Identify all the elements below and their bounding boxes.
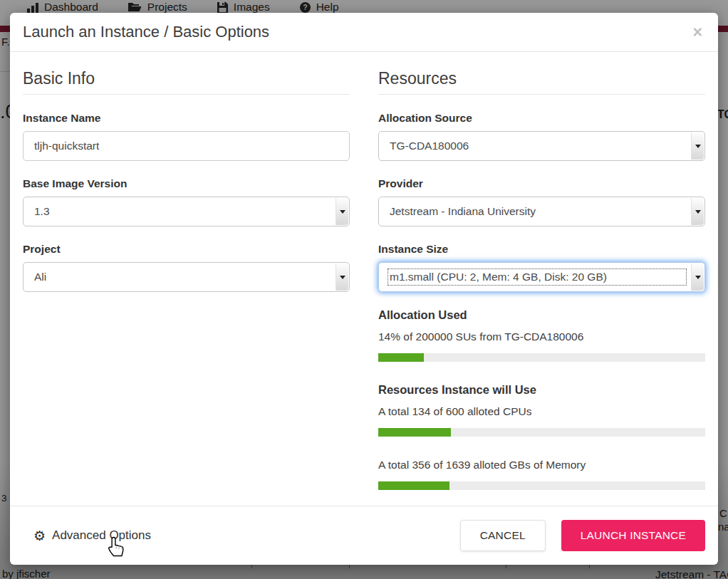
- select-value: Jetstream - Indiana University: [390, 205, 685, 218]
- instance-name-field: Instance Name: [23, 112, 350, 161]
- allocation-source-field: Allocation Source TG-CDA180006: [378, 112, 705, 161]
- provider-label: Provider: [378, 177, 705, 190]
- cpu-progressbar: [378, 428, 705, 437]
- launch-instance-modal: Launch an Instance / Basic Options × Bas…: [10, 13, 718, 565]
- select-value: TG-CDA180006: [390, 140, 685, 152]
- modal-footer: ⚙ Advanced Options CANCEL LAUNCH INSTANC…: [10, 506, 718, 565]
- base-image-version-field: Base Image Version 1.3: [23, 177, 350, 226]
- allocation-used-heading: Allocation Used: [378, 308, 705, 322]
- resources-will-use-heading: Resources Instance will Use: [378, 383, 705, 397]
- resources-heading: Resources: [378, 69, 705, 95]
- allocation-source-select[interactable]: TG-CDA180006: [378, 131, 705, 161]
- progress-fill: [378, 428, 451, 437]
- cancel-button[interactable]: CANCEL: [460, 520, 546, 551]
- instance-size-field: Instance Size m1.small (CPU: 2, Mem: 4 G…: [378, 243, 705, 292]
- resources-will-use-section: Resources Instance will Use A total 134 …: [378, 383, 705, 490]
- progress-fill: [378, 481, 449, 490]
- close-icon[interactable]: ×: [690, 24, 705, 41]
- allocation-source-label: Allocation Source: [378, 112, 705, 125]
- memory-usage-text: A total 356 of 1639 alloted GBs of Memor…: [378, 459, 705, 471]
- chevron-down-icon: [691, 198, 704, 225]
- footer-buttons: CANCEL LAUNCH INSTANCE: [460, 520, 705, 551]
- memory-progressbar: [378, 481, 705, 490]
- instance-name-label: Instance Name: [23, 112, 350, 125]
- resources-column: Resources Allocation Source TG-CDA180006…: [378, 69, 705, 490]
- modal-title: Launch an Instance / Basic Options: [23, 23, 269, 41]
- instance-size-label: Instance Size: [378, 243, 705, 256]
- cpu-usage-text: A total 134 of 600 alloted CPUs: [378, 405, 705, 418]
- project-field: Project Ali: [23, 243, 350, 292]
- allocation-used-progressbar: [378, 353, 705, 362]
- instance-name-input[interactable]: [23, 131, 350, 161]
- select-value: 1.3: [34, 205, 329, 218]
- launch-instance-button[interactable]: LAUNCH INSTANCE: [561, 520, 705, 551]
- advanced-options-button[interactable]: ⚙ Advanced Options: [33, 528, 151, 543]
- select-value: Ali: [34, 271, 329, 283]
- allocation-used-text: 14% of 200000 SUs from TG-CDA180006: [378, 330, 705, 343]
- base-image-version-select[interactable]: 1.3: [23, 197, 350, 226]
- provider-field: Provider Jetstream - Indiana University: [378, 177, 705, 226]
- advanced-options-label: Advanced Options: [52, 528, 151, 543]
- modal-header: Launch an Instance / Basic Options ×: [10, 13, 718, 52]
- gear-icon: ⚙: [33, 529, 46, 543]
- chevron-down-icon: [336, 198, 348, 225]
- modal-body: Basic Info Instance Name Base Image Vers…: [10, 52, 718, 490]
- progress-fill: [378, 353, 424, 362]
- basic-info-heading: Basic Info: [23, 69, 350, 95]
- select-value: m1.small (CPU: 2, Mem: 4 GB, Disk: 20 GB…: [390, 271, 685, 283]
- project-label: Project: [23, 243, 350, 256]
- project-select[interactable]: Ali: [23, 262, 350, 292]
- chevron-down-icon: [691, 132, 704, 160]
- basic-info-column: Basic Info Instance Name Base Image Vers…: [23, 69, 350, 490]
- allocation-used-section: Allocation Used 14% of 200000 SUs from T…: [378, 308, 705, 362]
- chevron-down-icon: [336, 264, 348, 291]
- chevron-down-icon: [691, 264, 704, 291]
- instance-size-select[interactable]: m1.small (CPU: 2, Mem: 4 GB, Disk: 20 GB…: [378, 262, 705, 292]
- base-image-version-label: Base Image Version: [23, 177, 350, 190]
- provider-select[interactable]: Jetstream - Indiana University: [378, 197, 705, 226]
